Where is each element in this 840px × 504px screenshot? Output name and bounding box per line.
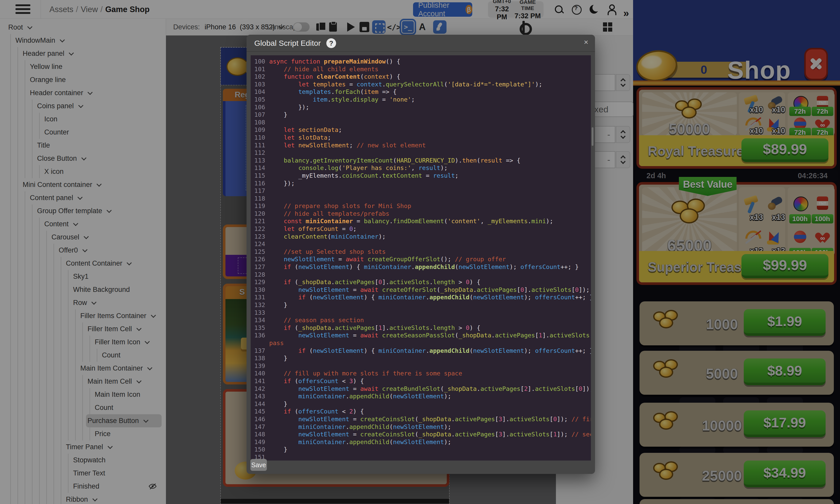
code-line: 118	[251, 195, 591, 203]
code-line: 133	[251, 309, 591, 317]
code-line: 125 //set up Selected shop slots	[251, 248, 591, 256]
code-line: 136 newSlotElement = await createSeasonP…	[251, 332, 591, 339]
code-line: 139	[251, 362, 591, 370]
code-line: 145 if (offersCount < 2) {	[251, 408, 591, 416]
code-line: 100async function prepareMainWindow() {	[251, 58, 591, 66]
code-line: 122 let offersCount = 0;	[251, 225, 591, 233]
code-line: 103 let templates = context.querySelecto…	[251, 81, 591, 88]
code-line: 124	[251, 240, 591, 248]
code-line: 128	[251, 271, 591, 279]
code-line: 121 const miniContainer = balancy.findDo…	[251, 218, 591, 225]
code-line: 146 newSlotElement = createCoinsSlot(_sh…	[251, 416, 591, 423]
code-editor[interactable]: 100async function prepareMainWindow() {1…	[251, 55, 591, 461]
code-line: 150 }	[251, 446, 591, 454]
help-icon[interactable]: ?	[326, 38, 336, 48]
code-line: 135 if (_shopData.activePages[1].activeS…	[251, 324, 591, 332]
code-line: 113 balancy.getInventoryItemsCount(HARD_…	[251, 157, 591, 165]
code-line: 151	[251, 454, 591, 461]
code-line: 137 if (newSlotElement) { miniContainer.…	[251, 347, 591, 355]
code-line: 140 // fill up with more slots if there …	[251, 370, 591, 377]
code-line: 108	[251, 119, 591, 127]
code-line: 117	[251, 187, 591, 195]
code-line: 131 if (newSlotElement) { miniContainer.…	[251, 294, 591, 301]
code-line: 149 miniContainer.appendChild(newSlotEle…	[251, 438, 591, 446]
close-icon[interactable]: ×	[584, 38, 588, 47]
code-line: 104 templates.forEach(item => {	[251, 88, 591, 96]
code-line: 107 }	[251, 111, 591, 119]
save-button[interactable]: Save	[250, 459, 267, 471]
code-line: 119 // prepare shop slots for Mini Shop	[251, 202, 591, 210]
code-line: 126 newSlotElement = await createGroupOf…	[251, 256, 591, 263]
code-line: 127 if (newSlotElement) { miniContainer.…	[251, 263, 591, 271]
app-root: Regu S fixed - -	[0, 0, 840, 504]
modal-title: Global Script Editor	[254, 39, 321, 48]
code-line: 147 miniContainer.appendChild(newSlotEle…	[251, 423, 591, 431]
code-line: 141 if (offersCount < 3) {	[251, 377, 591, 385]
code-line: 110 let slotData;	[251, 134, 591, 142]
code-line: 142 newSlotElement = await createBundleS…	[251, 385, 591, 393]
code-line: 111 let newSlotElement; // new slot elem…	[251, 142, 591, 149]
code-line: 106 });	[251, 104, 591, 111]
code-line: 115 _myElements.coinsCount.textContent =…	[251, 172, 591, 180]
modal-header: Global Script Editor ? ×	[247, 35, 595, 52]
code-line: 132 }	[251, 301, 591, 309]
code-line: 116 });	[251, 180, 591, 187]
code-line: 148 newSlotElement = createCoinsSlot(_sh…	[251, 431, 591, 438]
code-line: 129 if (_shopData.activePages[0].activeS…	[251, 278, 591, 286]
code-line: 123 clearContent(miniContainer);	[251, 233, 591, 241]
code-line: 120 // hide all templates/prefabs	[251, 210, 591, 218]
code-line: 144 }	[251, 400, 591, 408]
global-script-editor-modal: Global Script Editor ? × 100async functi…	[247, 35, 595, 474]
code-line: 112	[251, 149, 591, 157]
code-line: 138 }	[251, 355, 591, 362]
code-line: 143 miniContainer.appendChild(newSlotEle…	[251, 393, 591, 400]
code-line: 130 newSlotElement = await createOfferSl…	[251, 286, 591, 294]
code-line: 109 let sectionData;	[251, 126, 591, 134]
code-line: 114 console.log('Player has coins:', res…	[251, 164, 591, 172]
code-line: 134 // season pass section	[251, 317, 591, 324]
code-line: 102 function clearContent(context) {	[251, 73, 591, 81]
code-scrollbar[interactable]	[592, 127, 593, 146]
code-line: pass	[251, 339, 591, 347]
code-line: 105 item.style.display = 'none';	[251, 96, 591, 104]
code-line: 101 // hide all child elements	[251, 66, 591, 73]
